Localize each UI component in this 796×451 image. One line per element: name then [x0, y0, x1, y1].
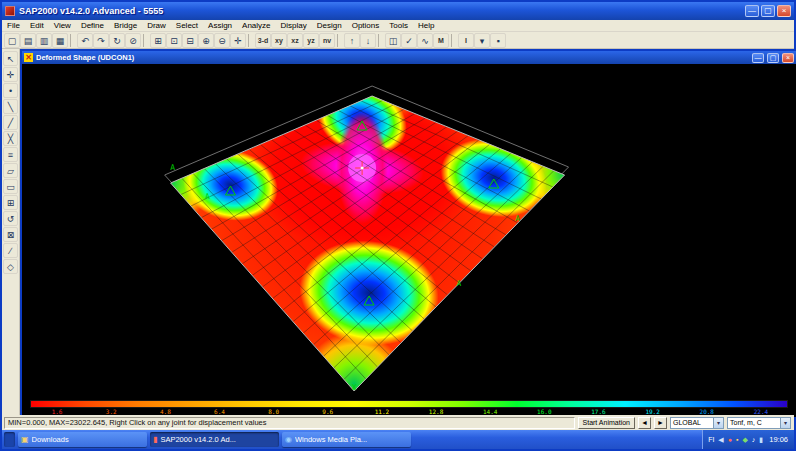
menu-options[interactable]: Options [347, 20, 385, 32]
task-wmp[interactable]: ◉ Windows Media Pla... [282, 432, 411, 447]
quick-draw-secondary-beams-button[interactable]: ≡ [3, 147, 18, 162]
snap-to-points-button[interactable]: ◇ [3, 259, 18, 274]
new-model-button[interactable]: ▢ [4, 33, 20, 48]
task-icon: ▣ [21, 435, 29, 444]
tray-chevron-icon[interactable]: ◀ [718, 430, 723, 449]
select-all-button[interactable]: ⊞ [3, 195, 18, 210]
mdi-area: ✕ Deformed Shape (UDCON1) — ▢ × [20, 49, 796, 419]
clear-selection-button[interactable]: ⊠ [3, 227, 18, 242]
zoom-in-one-step-button[interactable]: ⊕ [198, 33, 214, 48]
menu-bridge[interactable]: Bridge [109, 20, 142, 32]
menu-select[interactable]: Select [171, 20, 203, 32]
tray-network-icon[interactable]: ▮ [759, 430, 763, 449]
previous-selection-button[interactable]: ↺ [3, 211, 18, 226]
quick-draw-area-button[interactable]: ▭ [3, 179, 18, 194]
undo-button[interactable]: ↶ [77, 33, 93, 48]
set-display-options-button[interactable]: ✓ [401, 33, 417, 48]
toolbar-separator [337, 34, 342, 47]
task-label: Windows Media Pla... [295, 435, 367, 444]
section-dropdown-button[interactable]: ▾ [474, 33, 490, 48]
child-restore-button[interactable]: ▢ [767, 53, 779, 63]
intersecting-line-select-button[interactable]: ∕ [3, 243, 18, 258]
menu-file[interactable]: File [2, 20, 25, 32]
task-label: SAP2000 v14.2.0 Ad... [160, 435, 235, 444]
xz-view-button[interactable]: xz [287, 33, 303, 48]
coordinate-system-select[interactable]: GLOBAL ▾ [670, 417, 724, 429]
frame-section-button[interactable]: I [458, 33, 474, 48]
task-sap2000[interactable]: ▮ SAP2000 v14.2.0 Ad... [150, 432, 279, 447]
deformed-shape-plot[interactable]: AAAAX [22, 64, 796, 400]
toolbar-separator [248, 34, 253, 47]
down-one-gridline-button[interactable]: ↓ [360, 33, 376, 48]
3d-view-button[interactable]: 3-d [255, 33, 271, 48]
child-minimize-button[interactable]: — [752, 53, 764, 63]
menu-help[interactable]: Help [413, 20, 439, 32]
menu-view[interactable]: View [49, 20, 76, 32]
redo-button[interactable]: ↷ [93, 33, 109, 48]
language-indicator[interactable]: FI [708, 430, 714, 449]
menu-draw[interactable]: Draw [142, 20, 171, 32]
task-icon: ▮ [153, 435, 157, 444]
save-model-button[interactable]: ▥ [36, 33, 52, 48]
next-frame-button[interactable]: ► [654, 417, 667, 429]
app-icon [5, 6, 15, 16]
legend-gradient-bar [30, 400, 788, 408]
show-forces-button[interactable]: M [433, 33, 449, 48]
draw-frame-button[interactable]: ╲ [3, 99, 18, 114]
zoom-out-one-step-button[interactable]: ⊖ [214, 33, 230, 48]
menu-define[interactable]: Define [76, 20, 109, 32]
up-one-gridline-button[interactable]: ↑ [344, 33, 360, 48]
draw-joint-button[interactable]: • [3, 83, 18, 98]
refresh-window-button[interactable]: ↻ [109, 33, 125, 48]
task-downloads[interactable]: ▣ Downloads [18, 432, 147, 447]
minimize-button[interactable]: — [745, 5, 759, 17]
units-value: Tonf, m, C [730, 419, 762, 426]
task-label: Downloads [32, 435, 69, 444]
menu-display[interactable]: Display [276, 20, 312, 32]
menu-design[interactable]: Design [312, 20, 347, 32]
more-tools-button[interactable]: ▪ [490, 33, 506, 48]
quick-draw-frame-button[interactable]: ╱ [3, 115, 18, 130]
titlebar[interactable]: SAP2000 v14.2.0 Advanced - 5555 — ▢ × [2, 2, 794, 20]
tray-app-red-icon[interactable]: ● [728, 430, 732, 449]
quick-draw-braces-button[interactable]: ╳ [3, 131, 18, 146]
pan-button[interactable]: ✛ [230, 33, 246, 48]
previous-zoom-button[interactable]: ⊟ [182, 33, 198, 48]
maximize-button[interactable]: ▢ [761, 5, 775, 17]
units-select[interactable]: Tonf, m, C ▾ [727, 417, 791, 429]
task-icon: ◉ [285, 435, 292, 444]
child-titlebar[interactable]: ✕ Deformed Shape (UDCON1) — ▢ × [22, 51, 796, 64]
toolbar-separator [451, 34, 456, 47]
tray-update-icon[interactable]: ▪ [736, 430, 738, 449]
restore-full-view-button[interactable]: ⊡ [166, 33, 182, 48]
menu-assign[interactable]: Assign [203, 20, 237, 32]
print-button[interactable]: ▦ [52, 33, 68, 48]
menu-edit[interactable]: Edit [25, 20, 49, 32]
lock-model-button[interactable]: ⊘ [125, 33, 141, 48]
model-canvas[interactable]: AAAAX 1.63.24.86.48.09.611.212.814.416.0… [22, 64, 796, 417]
menu-analyze[interactable]: Analyze [237, 20, 275, 32]
child-close-button[interactable]: × [782, 53, 794, 63]
reshape-object-button[interactable]: ✛ [3, 67, 18, 82]
xy-view-button[interactable]: xy [271, 33, 287, 48]
draw-area-button[interactable]: ▱ [3, 163, 18, 178]
previous-frame-button[interactable]: ◄ [638, 417, 651, 429]
select-pointer-button[interactable]: ↖ [3, 51, 18, 66]
side-toolbar: ↖✛•╲╱╳≡▱▭⊞↺⊠∕◇ [2, 49, 20, 419]
open-model-button[interactable]: ▤ [20, 33, 36, 48]
toolbar-separator [378, 34, 383, 47]
named-view-button[interactable]: nv [319, 33, 335, 48]
close-button[interactable]: × [777, 5, 791, 17]
main-toolbar: ▢▤▥▦↶↷↻⊘⊞⊡⊟⊕⊖✛3-dxyxzyznv↑↓◫✓∿MI▾▪ [2, 32, 794, 49]
tray-security-icon[interactable]: ◆ [742, 430, 747, 449]
start-animation-button[interactable]: Start Animation [578, 417, 635, 429]
object-shrink-toggle-button[interactable]: ◫ [385, 33, 401, 48]
menu-tools[interactable]: Tools [384, 20, 413, 32]
quick-launch-strip[interactable] [4, 432, 15, 447]
show-deformed-shape-button[interactable]: ∿ [417, 33, 433, 48]
yz-view-button[interactable]: yz [303, 33, 319, 48]
rubber-band-zoom-button[interactable]: ⊞ [150, 33, 166, 48]
menu-bar: FileEditViewDefineBridgeDrawSelectAssign… [2, 20, 794, 32]
tray-volume-icon[interactable]: ♪ [752, 430, 756, 449]
toolbar-separator [143, 34, 148, 47]
